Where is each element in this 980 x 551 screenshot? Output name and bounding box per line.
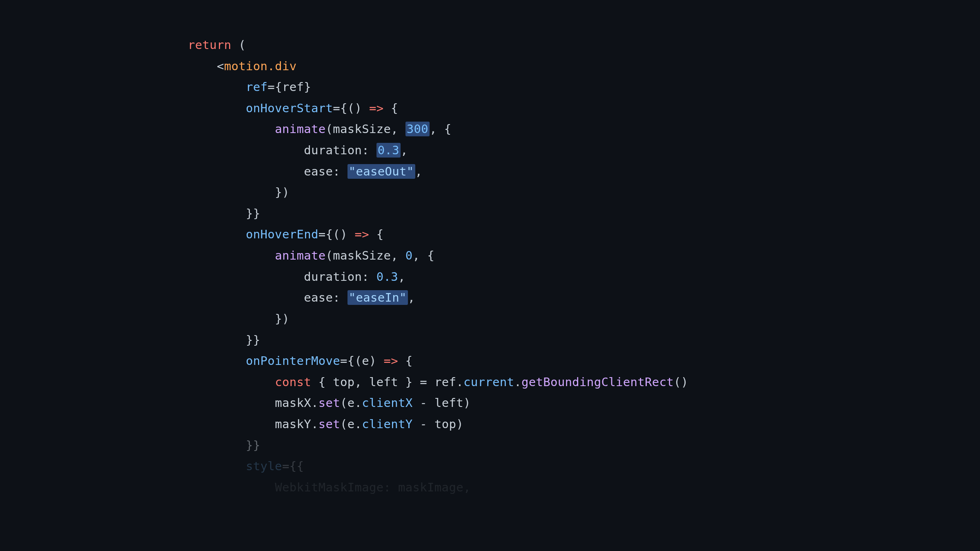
code-line: const { top, left } = ref.current.getBou… <box>188 375 688 389</box>
code-line: onHoverEnd={() => { <box>188 227 384 241</box>
code-line: return ( <box>188 38 246 52</box>
code-line: duration: 0.3, <box>188 270 405 284</box>
code-line: }} <box>188 438 261 452</box>
jsx-attr: onHoverStart <box>246 101 333 115</box>
code-line: }} <box>188 333 261 347</box>
code-line: animate(maskSize, 0, { <box>188 249 434 262</box>
keyword-return: return <box>188 38 232 52</box>
code-line: animate(maskSize, 300, { <box>188 122 451 136</box>
fn-call: animate <box>275 249 325 262</box>
code-line: maskY.set(e.clientY - top) <box>188 417 463 431</box>
code-line: onPointerMove={(e) => { <box>188 354 413 368</box>
highlighted-value: 300 <box>405 122 430 136</box>
code-line: <motion.div <box>188 59 296 73</box>
jsx-attr: onHoverEnd <box>246 227 318 241</box>
code-line: }) <box>188 312 290 326</box>
jsx-component: motion.div <box>224 59 297 73</box>
code-line: style={{ <box>188 459 304 473</box>
code-line: ref={ref} <box>188 80 311 94</box>
fn-call: animate <box>275 122 325 136</box>
jsx-attr: ref <box>246 80 267 94</box>
code-line: }} <box>188 207 261 220</box>
code-editor-content: return ( <motion.div ref={ref} onHoverSt… <box>0 35 980 498</box>
highlighted-value: 0.3 <box>376 143 401 158</box>
code-line: }) <box>188 185 290 199</box>
jsx-attr: onPointerMove <box>246 354 340 368</box>
code-line: duration: 0.3, <box>188 143 408 158</box>
code-line: ease: "easeOut", <box>188 164 422 179</box>
highlighted-value: "easeOut" <box>347 164 415 179</box>
code-line: WebkitMaskImage: maskImage, <box>188 480 471 494</box>
code-line: onHoverStart={() => { <box>188 101 398 115</box>
code-line: maskX.set(e.clientX - left) <box>188 396 471 410</box>
highlighted-value: "easeIn" <box>347 290 408 305</box>
code-line: ease: "easeIn", <box>188 290 415 305</box>
